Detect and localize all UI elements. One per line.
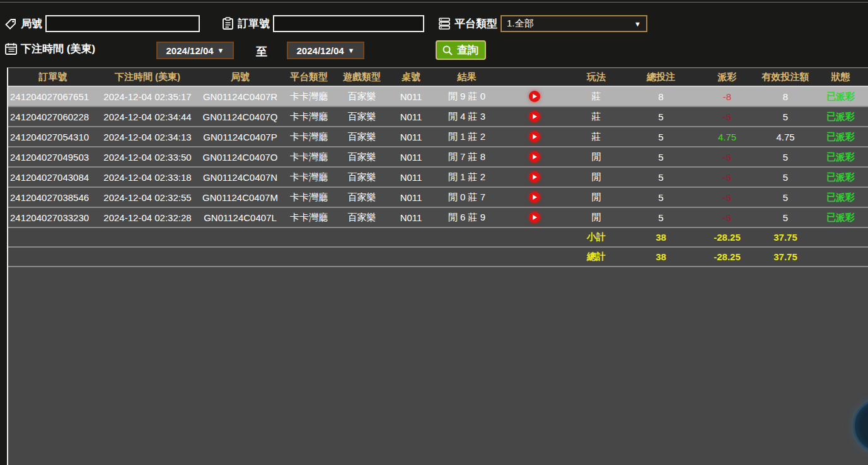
table-cell [335,228,389,246]
table-cell [433,228,501,246]
table-cell: -8 [697,87,757,106]
replay-cell [501,168,568,187]
replay-cell [501,147,568,166]
table-cell: 2024-12-04 02:32:55 [98,188,197,207]
order-number-input[interactable] [273,15,424,32]
total-label: 總計 [568,248,625,266]
table-cell: 百家樂 [335,127,389,146]
round-number-group: 局號 [4,15,200,32]
table-cell [501,228,568,246]
platform-type-select[interactable]: 1.全部 ▼ [501,15,647,32]
round-number-input[interactable] [45,15,200,32]
table-cell: 5 [625,127,697,146]
table-row[interactable]: 2412040270543102024-12-04 02:34:13GN0112… [8,127,868,147]
platform-type-label: 平台類型 [454,16,497,31]
table-cell: GN01124C0407P [197,127,283,146]
table-row[interactable]: 2412040270430842024-12-04 02:33:18GN0112… [8,168,868,188]
search-button[interactable]: 查詢 [436,40,486,60]
table-cell: 5 [757,208,814,227]
table-cell: 5 [757,188,814,207]
table-cell [197,228,283,246]
search-button-label: 查詢 [457,43,478,57]
column-header: 派彩 [697,68,757,86]
table-cell: 已派彩 [814,147,867,166]
table-cell: 卡卡灣廳 [283,87,335,106]
table-cell: 2024-12-04 02:35:17 [98,87,197,106]
table-cell: 百家樂 [335,188,389,207]
table-cell: 已派彩 [814,107,867,126]
server-stack-icon [437,17,451,31]
play-triangle [533,114,537,119]
table-cell: -5 [697,168,757,187]
date-range-to-label: 至 [256,44,267,59]
round-number-label: 局號 [21,16,42,31]
table-cell: 閒 9 莊 0 [433,87,501,106]
table-cell: 百家樂 [335,208,389,227]
table-cell: -5 [697,208,757,227]
play-icon[interactable] [529,91,540,102]
order-number-group: 訂單號 [221,15,424,32]
table-cell [283,228,335,246]
table-cell: 241204027038546 [8,188,98,207]
play-icon[interactable] [529,192,540,203]
table-cell: 38 [625,248,697,266]
orders-table: 訂單號下注時間 (美東)局號平台類型遊戲類型桌號結果玩法總投注派彩有效投注額狀態… [7,67,868,465]
column-header [501,68,568,86]
replay-cell [501,127,568,146]
table-cell: 2024-12-04 02:34:44 [98,107,197,126]
table-cell: -28.25 [697,248,757,266]
table-cell: 閒 [568,188,625,207]
table-row[interactable]: 2412040270495032024-12-04 02:33:50GN0112… [8,147,868,168]
play-icon[interactable] [529,151,540,163]
table-row[interactable]: 2412040270385462024-12-04 02:32:55GN0112… [8,188,868,208]
column-header: 玩法 [568,68,625,86]
table-cell: GN01124C0407L [197,208,283,227]
table-cell [814,248,867,266]
table-row[interactable]: 2412040270332302024-12-04 02:32:28GN0112… [8,208,868,228]
table-cell [501,248,568,266]
table-cell: 4.75 [697,127,757,146]
table-cell: -5 [697,188,757,207]
table-cell: GN01124C0407R [197,87,283,106]
table-row[interactable]: 2412040270676512024-12-04 02:35:17GN0112… [8,87,868,107]
table-cell [389,228,433,246]
bet-time-label: 下注時間 (美東) [21,42,95,56]
table-cell: N011 [389,147,433,166]
date-from-value: 2024/12/04 [166,45,214,56]
subtotal-label: 小計 [568,228,625,246]
table-cell: 5 [757,147,814,166]
table-cell: N011 [389,107,433,126]
column-header: 局號 [197,68,283,86]
table-cell: 閒 [568,208,625,227]
replay-cell [501,208,568,227]
table-cell: 百家樂 [335,107,389,126]
table-row[interactable]: 2412040270602282024-12-04 02:34:44GN0112… [8,107,868,127]
table-header-row: 訂單號下注時間 (美東)局號平台類型遊戲類型桌號結果玩法總投注派彩有效投注額狀態 [8,68,868,87]
column-header: 遊戲類型 [335,68,389,86]
clipboard-icon [221,17,234,31]
play-icon[interactable] [529,111,540,122]
table-body: 2412040270676512024-12-04 02:35:17GN0112… [8,87,868,267]
date-to-picker[interactable]: 2024/12/04 ▼ [287,42,364,59]
table-cell: 已派彩 [814,127,867,146]
play-icon[interactable] [529,171,540,183]
table-cell [8,248,98,266]
replay-cell [501,188,568,207]
table-cell: 37.75 [757,228,814,246]
table-cell [8,228,98,246]
play-icon[interactable] [529,131,540,142]
play-icon[interactable] [529,212,540,223]
table-cell: 241204027054310 [8,127,98,146]
table-cell: 卡卡灣廳 [283,208,335,227]
table-cell: 卡卡灣廳 [283,127,335,146]
column-header: 狀態 [814,68,867,86]
table-cell: 閒 [568,147,625,166]
table-cell: N011 [389,127,433,146]
table-cell: 閒 0 莊 7 [433,188,501,207]
table-cell: 2024-12-04 02:32:28 [98,208,197,227]
chevron-down-icon: ▼ [348,47,355,54]
table-cell: 百家樂 [335,87,389,106]
table-cell: GN01124C0407Q [197,107,283,126]
date-from-picker[interactable]: 2024/12/04 ▼ [156,42,234,59]
table-cell: 241204027060228 [8,107,98,126]
